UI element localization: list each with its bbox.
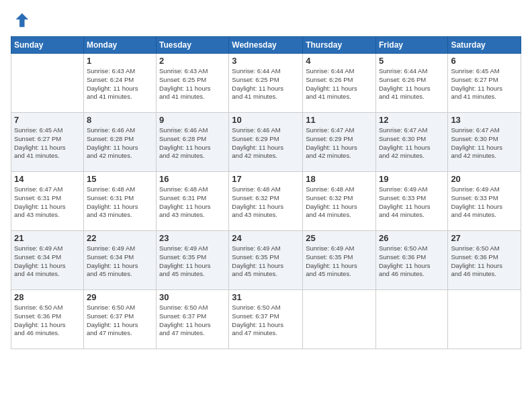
calendar-cell bbox=[303, 290, 376, 349]
calendar-week-row: 1Sunrise: 6:43 AM Sunset: 6:24 PM Daylig… bbox=[11, 54, 521, 113]
calendar-cell: 15Sunrise: 6:48 AM Sunset: 6:31 PM Dayli… bbox=[83, 172, 156, 231]
page: SundayMondayTuesdayWednesdayThursdayFrid… bbox=[0, 0, 532, 411]
day-info: Sunrise: 6:45 AM Sunset: 6:27 PM Dayligh… bbox=[14, 126, 81, 161]
calendar-cell: 9Sunrise: 6:46 AM Sunset: 6:28 PM Daylig… bbox=[157, 113, 229, 172]
calendar-cell: 1Sunrise: 6:43 AM Sunset: 6:24 PM Daylig… bbox=[83, 54, 156, 113]
day-number: 9 bbox=[159, 115, 226, 125]
day-info: Sunrise: 6:48 AM Sunset: 6:32 PM Dayligh… bbox=[306, 185, 373, 220]
calendar-cell: 6Sunrise: 6:45 AM Sunset: 6:27 PM Daylig… bbox=[448, 54, 521, 113]
day-number: 30 bbox=[159, 292, 226, 302]
calendar-cell: 5Sunrise: 6:44 AM Sunset: 6:26 PM Daylig… bbox=[375, 54, 447, 113]
day-info: Sunrise: 6:44 AM Sunset: 6:25 PM Dayligh… bbox=[232, 67, 300, 101]
calendar-header: SundayMondayTuesdayWednesdayThursdayFrid… bbox=[11, 37, 521, 54]
day-info: Sunrise: 6:48 AM Sunset: 6:31 PM Dayligh… bbox=[87, 185, 153, 220]
calendar-week-row: 7Sunrise: 6:45 AM Sunset: 6:27 PM Daylig… bbox=[11, 113, 521, 172]
weekday-header: Wednesday bbox=[229, 37, 303, 54]
day-info: Sunrise: 6:48 AM Sunset: 6:31 PM Dayligh… bbox=[159, 185, 226, 220]
day-number: 18 bbox=[306, 174, 373, 184]
day-number: 14 bbox=[14, 174, 81, 184]
day-info: Sunrise: 6:46 AM Sunset: 6:29 PM Dayligh… bbox=[232, 126, 300, 161]
day-number: 28 bbox=[14, 292, 81, 302]
day-info: Sunrise: 6:44 AM Sunset: 6:26 PM Dayligh… bbox=[379, 67, 445, 101]
day-number: 12 bbox=[379, 115, 445, 125]
day-info: Sunrise: 6:50 AM Sunset: 6:37 PM Dayligh… bbox=[232, 304, 300, 338]
day-number: 26 bbox=[379, 233, 445, 243]
calendar-cell: 20Sunrise: 6:49 AM Sunset: 6:33 PM Dayli… bbox=[448, 172, 521, 231]
day-info: Sunrise: 6:47 AM Sunset: 6:31 PM Dayligh… bbox=[14, 185, 81, 220]
calendar-cell: 3Sunrise: 6:44 AM Sunset: 6:25 PM Daylig… bbox=[229, 54, 303, 113]
day-number: 20 bbox=[451, 174, 518, 184]
day-info: Sunrise: 6:49 AM Sunset: 6:34 PM Dayligh… bbox=[87, 244, 153, 279]
day-number: 2 bbox=[159, 56, 226, 66]
day-info: Sunrise: 6:46 AM Sunset: 6:28 PM Dayligh… bbox=[159, 126, 226, 161]
calendar-week-row: 14Sunrise: 6:47 AM Sunset: 6:31 PM Dayli… bbox=[11, 172, 521, 231]
day-number: 31 bbox=[232, 292, 300, 302]
calendar-cell: 7Sunrise: 6:45 AM Sunset: 6:27 PM Daylig… bbox=[11, 113, 84, 172]
day-number: 21 bbox=[14, 233, 81, 243]
calendar-week-row: 21Sunrise: 6:49 AM Sunset: 6:34 PM Dayli… bbox=[11, 231, 521, 290]
weekday-header: Monday bbox=[83, 37, 156, 54]
day-info: Sunrise: 6:43 AM Sunset: 6:24 PM Dayligh… bbox=[87, 67, 153, 101]
calendar-cell: 31Sunrise: 6:50 AM Sunset: 6:37 PM Dayli… bbox=[229, 290, 303, 349]
day-number: 10 bbox=[232, 115, 300, 125]
calendar-cell: 19Sunrise: 6:49 AM Sunset: 6:33 PM Dayli… bbox=[375, 172, 447, 231]
calendar-cell: 2Sunrise: 6:43 AM Sunset: 6:25 PM Daylig… bbox=[157, 54, 229, 113]
calendar-cell: 11Sunrise: 6:47 AM Sunset: 6:29 PM Dayli… bbox=[303, 113, 376, 172]
weekday-header: Sunday bbox=[11, 37, 84, 54]
calendar-cell: 28Sunrise: 6:50 AM Sunset: 6:36 PM Dayli… bbox=[11, 290, 84, 349]
calendar-cell: 13Sunrise: 6:47 AM Sunset: 6:30 PM Dayli… bbox=[448, 113, 521, 172]
calendar-cell bbox=[11, 54, 84, 113]
calendar-cell: 22Sunrise: 6:49 AM Sunset: 6:34 PM Dayli… bbox=[83, 231, 156, 290]
weekday-header: Tuesday bbox=[157, 37, 229, 54]
calendar-cell bbox=[448, 290, 521, 349]
day-info: Sunrise: 6:47 AM Sunset: 6:29 PM Dayligh… bbox=[306, 126, 373, 161]
day-number: 5 bbox=[379, 56, 445, 66]
day-number: 25 bbox=[306, 233, 373, 243]
day-info: Sunrise: 6:43 AM Sunset: 6:25 PM Dayligh… bbox=[159, 67, 226, 101]
calendar-cell: 27Sunrise: 6:50 AM Sunset: 6:36 PM Dayli… bbox=[448, 231, 521, 290]
logo-icon bbox=[11, 11, 30, 30]
header bbox=[11, 11, 521, 30]
calendar-cell: 24Sunrise: 6:49 AM Sunset: 6:35 PM Dayli… bbox=[229, 231, 303, 290]
calendar-cell: 8Sunrise: 6:46 AM Sunset: 6:28 PM Daylig… bbox=[83, 113, 156, 172]
calendar-cell: 16Sunrise: 6:48 AM Sunset: 6:31 PM Dayli… bbox=[157, 172, 229, 231]
calendar-cell: 12Sunrise: 6:47 AM Sunset: 6:30 PM Dayli… bbox=[375, 113, 447, 172]
calendar-cell: 10Sunrise: 6:46 AM Sunset: 6:29 PM Dayli… bbox=[229, 113, 303, 172]
day-number: 24 bbox=[232, 233, 300, 243]
weekday-header: Thursday bbox=[303, 37, 376, 54]
calendar-cell: 29Sunrise: 6:50 AM Sunset: 6:37 PM Dayli… bbox=[83, 290, 156, 349]
day-number: 4 bbox=[306, 56, 373, 66]
day-number: 27 bbox=[451, 233, 518, 243]
day-number: 23 bbox=[159, 233, 226, 243]
day-info: Sunrise: 6:48 AM Sunset: 6:32 PM Dayligh… bbox=[232, 185, 300, 220]
weekday-header: Friday bbox=[375, 37, 447, 54]
day-info: Sunrise: 6:50 AM Sunset: 6:37 PM Dayligh… bbox=[159, 304, 226, 338]
day-number: 6 bbox=[451, 56, 518, 66]
day-info: Sunrise: 6:49 AM Sunset: 6:35 PM Dayligh… bbox=[232, 244, 300, 279]
day-number: 15 bbox=[87, 174, 153, 184]
day-info: Sunrise: 6:50 AM Sunset: 6:36 PM Dayligh… bbox=[14, 304, 81, 338]
day-info: Sunrise: 6:49 AM Sunset: 6:35 PM Dayligh… bbox=[159, 244, 226, 279]
day-info: Sunrise: 6:45 AM Sunset: 6:27 PM Dayligh… bbox=[451, 67, 518, 101]
svg-marker-0 bbox=[15, 13, 28, 28]
day-number: 29 bbox=[87, 292, 153, 302]
day-number: 1 bbox=[87, 56, 153, 66]
day-number: 16 bbox=[159, 174, 226, 184]
weekday-header: Saturday bbox=[448, 37, 521, 54]
calendar-cell: 21Sunrise: 6:49 AM Sunset: 6:34 PM Dayli… bbox=[11, 231, 84, 290]
calendar-cell: 25Sunrise: 6:49 AM Sunset: 6:35 PM Dayli… bbox=[303, 231, 376, 290]
day-number: 8 bbox=[87, 115, 153, 125]
calendar-cell: 4Sunrise: 6:44 AM Sunset: 6:26 PM Daylig… bbox=[303, 54, 376, 113]
calendar-week-row: 28Sunrise: 6:50 AM Sunset: 6:36 PM Dayli… bbox=[11, 290, 521, 349]
calendar-cell: 30Sunrise: 6:50 AM Sunset: 6:37 PM Dayli… bbox=[157, 290, 229, 349]
day-info: Sunrise: 6:50 AM Sunset: 6:36 PM Dayligh… bbox=[379, 244, 445, 279]
day-info: Sunrise: 6:44 AM Sunset: 6:26 PM Dayligh… bbox=[306, 67, 373, 101]
day-info: Sunrise: 6:46 AM Sunset: 6:28 PM Dayligh… bbox=[87, 126, 153, 161]
weekday-row: SundayMondayTuesdayWednesdayThursdayFrid… bbox=[11, 37, 521, 54]
day-info: Sunrise: 6:50 AM Sunset: 6:36 PM Dayligh… bbox=[451, 244, 518, 279]
day-number: 19 bbox=[379, 174, 445, 184]
day-number: 22 bbox=[87, 233, 153, 243]
day-info: Sunrise: 6:47 AM Sunset: 6:30 PM Dayligh… bbox=[451, 126, 518, 161]
day-number: 7 bbox=[14, 115, 81, 125]
calendar-cell bbox=[375, 290, 447, 349]
